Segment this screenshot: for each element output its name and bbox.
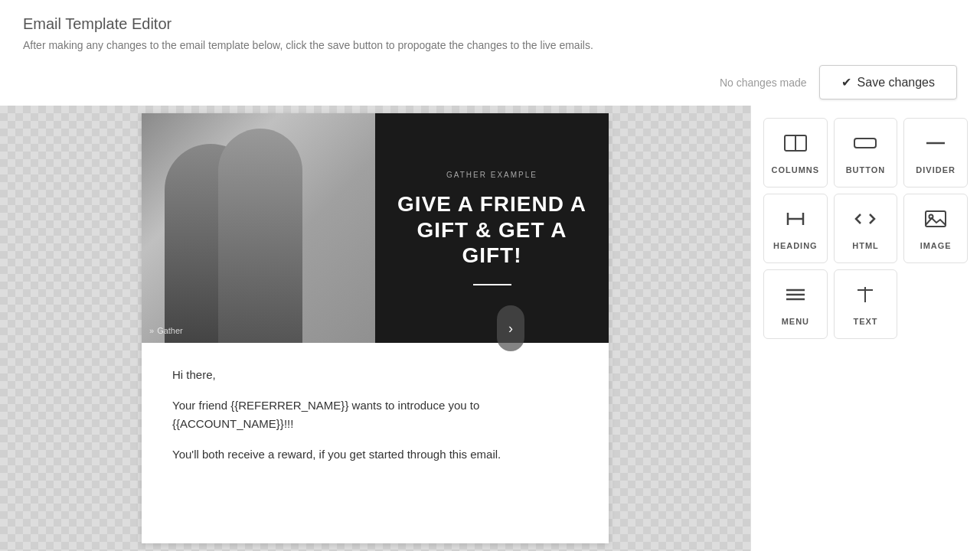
html-label: HTML (852, 241, 879, 250)
button-icon (853, 131, 877, 159)
no-changes-label: No changes made (720, 77, 807, 89)
image-label: IMAGE (920, 241, 952, 250)
block-menu[interactable]: MENU (763, 269, 828, 339)
save-button[interactable]: ✔ Save changes (819, 65, 957, 99)
block-text[interactable]: TEXT (834, 269, 898, 339)
toolbar: No changes made ✔ Save changes (0, 59, 980, 106)
person2-silhouette (218, 129, 302, 343)
divider-label: DIVIDER (916, 165, 956, 174)
hero-photo: » Gather (142, 113, 375, 343)
button-label: BUTTON (846, 165, 886, 174)
hero-example-label: GATHER EXAMPLE (446, 171, 537, 179)
page-title: Email Template Editor (23, 15, 957, 33)
block-html[interactable]: HTML (834, 194, 898, 263)
page-header: Email Template Editor After making any c… (0, 0, 980, 59)
save-button-label: Save changes (858, 76, 935, 90)
scroll-right-arrow[interactable]: › (497, 305, 524, 351)
svg-rect-7 (926, 211, 946, 227)
email-para-1: Hi there, (172, 366, 578, 384)
email-canvas: » Gather GATHER EXAMPLE GIVE A FRIEND A … (142, 113, 609, 543)
blocks-sidebar: COLUMNS BUTTON DIVIDER (750, 106, 980, 551)
svg-rect-2 (854, 139, 876, 148)
block-button[interactable]: BUTTON (834, 118, 898, 187)
menu-label: MENU (782, 317, 809, 326)
gather-arrows-icon: » (149, 326, 154, 335)
check-icon: ✔ (841, 75, 851, 90)
email-preview-wrapper: » Gather GATHER EXAMPLE GIVE A FRIEND A … (0, 106, 750, 551)
email-para-3: You'll both receive a reward, if you get… (172, 445, 578, 464)
page-wrapper: Email Template Editor After making any c… (0, 0, 980, 551)
heading-label: HEADING (773, 241, 818, 250)
columns-icon (783, 131, 808, 159)
heading-icon (783, 207, 808, 235)
main-content: » Gather GATHER EXAMPLE GIVE A FRIEND A … (0, 106, 980, 551)
hero-divider (473, 284, 511, 285)
columns-label: COLUMNS (772, 165, 820, 174)
text-label: TEXT (853, 317, 877, 326)
block-divider[interactable]: DIVIDER (903, 118, 968, 187)
text-icon (853, 282, 877, 311)
email-hero: » Gather GATHER EXAMPLE GIVE A FRIEND A … (142, 113, 609, 343)
gather-label-text: Gather (157, 326, 183, 335)
block-heading[interactable]: HEADING (763, 194, 828, 263)
menu-icon (783, 282, 808, 311)
block-image[interactable]: IMAGE (903, 194, 968, 263)
block-columns[interactable]: COLUMNS (763, 118, 828, 187)
hero-headline: GIVE A FRIEND A GIFT & GET A GIFT! (390, 191, 593, 269)
page-description: After making any changes to the email te… (23, 39, 957, 51)
email-body: Hi there, Your friend {{REFERRER_NAME}} … (142, 343, 609, 499)
chevron-right-icon: › (508, 321, 513, 337)
hero-text-side: GATHER EXAMPLE GIVE A FRIEND A GIFT & GE… (375, 113, 609, 343)
divider-icon (923, 131, 948, 159)
gather-logo-label: » Gather (149, 326, 183, 335)
html-icon (853, 207, 877, 235)
email-para-2: Your friend {{REFERRER_NAME}} wants to i… (172, 396, 578, 433)
image-icon (923, 207, 948, 235)
